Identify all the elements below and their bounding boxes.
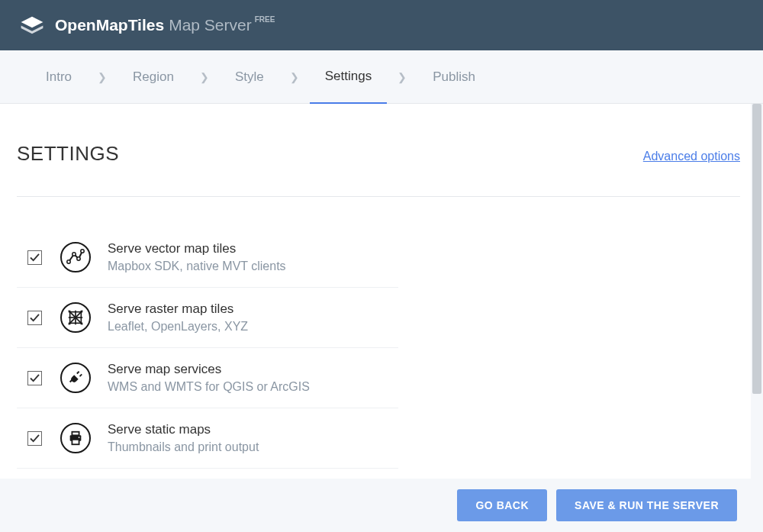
advanced-options-link[interactable]: Advanced options	[643, 150, 740, 163]
option-static-maps: Serve static maps Thumbnails and print o…	[17, 408, 398, 469]
option-title: Serve map services	[108, 362, 398, 377]
option-title: Serve vector map tiles	[108, 241, 398, 256]
svg-point-17	[79, 437, 80, 438]
checkbox-services[interactable]	[27, 371, 42, 385]
checkbox-raster[interactable]	[27, 311, 42, 325]
svg-rect-16	[72, 440, 79, 444]
logo-icon	[18, 15, 46, 36]
option-subtitle: Leaflet, OpenLayers, XYZ	[108, 320, 398, 334]
save-run-button[interactable]: SAVE & RUN THE SERVER	[556, 489, 737, 521]
crumb-intro[interactable]: Intro	[31, 50, 87, 104]
page-title: SETTINGS	[17, 142, 119, 166]
crumb-region[interactable]: Region	[118, 50, 189, 104]
vector-icon	[60, 242, 91, 272]
option-map-services: Serve map services WMS and WMTS for QGIS…	[17, 348, 398, 408]
checkbox-vector[interactable]	[27, 250, 42, 265]
svg-line-12	[77, 372, 79, 374]
breadcrumb: Intro ❯ Region ❯ Style ❯ Settings ❯ Publ…	[0, 50, 763, 104]
svg-point-0	[67, 260, 70, 263]
main-content: SETTINGS Advanced options Serve vector m…	[0, 104, 763, 479]
option-subtitle: Thumbnails and print output	[108, 440, 398, 454]
option-vector-tiles: Serve vector map tiles Mapbox SDK, nativ…	[17, 227, 398, 288]
printer-icon	[60, 423, 91, 453]
scrollbar-thumb[interactable]	[752, 104, 761, 394]
option-title: Serve static maps	[108, 422, 398, 437]
checkbox-static[interactable]	[27, 431, 42, 446]
option-title: Serve raster map tiles	[108, 301, 398, 317]
crumb-publish[interactable]: Publish	[417, 50, 491, 104]
crumb-style[interactable]: Style	[220, 50, 279, 104]
chevron-right-icon: ❯	[98, 71, 107, 83]
product-name: Map Server	[169, 16, 252, 34]
svg-point-2	[77, 257, 80, 260]
plug-icon	[60, 363, 91, 393]
crumb-settings[interactable]: Settings	[310, 50, 387, 104]
option-subtitle: WMS and WMTS for QGIS or ArcGIS	[108, 380, 398, 394]
divider	[17, 196, 740, 197]
svg-point-1	[72, 253, 76, 256]
app-header: OpenMapTiles Map Server FREE	[0, 0, 763, 50]
brand-name: OpenMapTiles	[55, 16, 164, 34]
go-back-button[interactable]: GO BACK	[457, 489, 547, 521]
svg-rect-14	[72, 432, 79, 436]
chevron-right-icon: ❯	[398, 71, 407, 83]
tier-badge: FREE	[255, 15, 275, 24]
chevron-right-icon: ❯	[200, 71, 209, 83]
option-subtitle: Mapbox SDK, native MVT clients	[108, 260, 398, 273]
scrollbar[interactable]	[751, 104, 763, 479]
chevron-right-icon: ❯	[290, 71, 299, 83]
svg-point-3	[81, 250, 84, 253]
footer-bar: GO BACK SAVE & RUN THE SERVER	[0, 479, 763, 532]
raster-icon	[60, 302, 91, 333]
option-raster-tiles: Serve raster map tiles Leaflet, OpenLaye…	[17, 288, 398, 348]
svg-line-13	[80, 374, 82, 376]
